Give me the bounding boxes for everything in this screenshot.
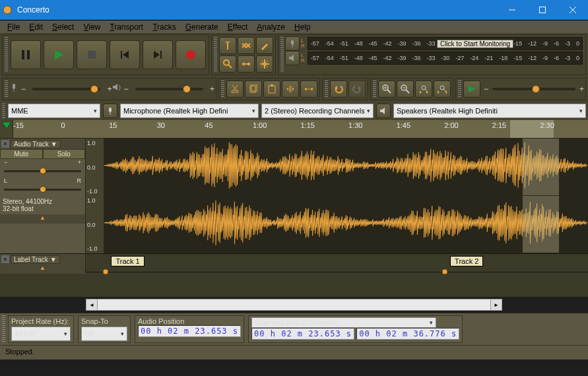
- waveform-area[interactable]: 1.00.0-1.0 1.00.0-1.0: [86, 139, 588, 253]
- snap-to-combo[interactable]: Off: [81, 327, 127, 341]
- grip-icon[interactable]: [458, 80, 461, 98]
- playback-volume-slider[interactable]: [135, 88, 203, 90]
- menu-view[interactable]: View: [79, 22, 105, 32]
- grip-icon[interactable]: [5, 37, 8, 73]
- redo-button[interactable]: [348, 80, 366, 98]
- zoom-tool-button[interactable]: [219, 55, 236, 73]
- grip-icon[interactable]: [2, 315, 5, 343]
- grip-icon[interactable]: [221, 80, 224, 98]
- track-menu-dropdown[interactable]: Label Track▼: [11, 255, 60, 264]
- track-close-button[interactable]: ×: [1, 255, 9, 263]
- selection-mode-combo[interactable]: Start and End of Selection: [251, 317, 436, 328]
- menu-tracks[interactable]: Tracks: [148, 22, 181, 32]
- lr-label: LR: [300, 53, 306, 63]
- play-at-speed-button[interactable]: [463, 80, 480, 98]
- plus-label: +: [210, 84, 214, 94]
- minimize-button[interactable]: [497, 0, 527, 20]
- track-label[interactable]: Track 1: [111, 256, 144, 266]
- meter-click-prompt[interactable]: Click to Start Monitoring: [437, 40, 513, 48]
- zoom-out-button[interactable]: [397, 80, 414, 98]
- project-rate-combo[interactable]: 44100: [11, 327, 71, 341]
- skip-start-button[interactable]: [110, 40, 140, 69]
- grip-icon[interactable]: [5, 80, 8, 98]
- recording-meter[interactable]: -57-54-51-48-45-42-39-36-33-30-27-24-21-…: [308, 37, 583, 50]
- horizontal-scrollbar[interactable]: [86, 299, 502, 311]
- waveform-channel-right[interactable]: [104, 196, 588, 253]
- waveform-channel-left[interactable]: [104, 139, 588, 196]
- selection-tool-button[interactable]: [219, 37, 236, 54]
- trim-button[interactable]: [282, 80, 299, 98]
- label-marker-icon[interactable]: [102, 266, 110, 272]
- recording-channels-combo[interactable]: 2 (Stereo) Recording Channels: [261, 104, 374, 118]
- menu-analyze[interactable]: Analyze: [252, 22, 290, 32]
- amplitude-scale: 1.00.0-1.0: [86, 196, 104, 253]
- fit-project-button[interactable]: [434, 80, 451, 98]
- zoom-in-button[interactable]: [378, 80, 395, 98]
- playback-device-combo[interactable]: Speakers (Realtek High Definiti: [393, 104, 586, 118]
- audio-position-display[interactable]: 00 h 02 m 23.653 s: [138, 325, 241, 337]
- skip-end-button[interactable]: [143, 40, 173, 69]
- menu-effect[interactable]: Effect: [223, 22, 252, 32]
- timeshift-tool-button[interactable]: [238, 55, 255, 73]
- fit-selection-button[interactable]: [415, 80, 432, 98]
- envelope-tool-button[interactable]: [238, 37, 255, 54]
- maximize-button[interactable]: [527, 0, 558, 20]
- app-icon: [0, 5, 15, 15]
- menu-select[interactable]: Select: [48, 22, 79, 32]
- svg-marker-12: [154, 51, 160, 59]
- menu-file[interactable]: File: [3, 22, 24, 32]
- recording-device-combo[interactable]: Microphone (Realtek High Defini: [120, 104, 259, 118]
- svg-rect-6: [27, 50, 30, 59]
- track-collapse-button[interactable]: ▲: [0, 214, 85, 224]
- copy-button[interactable]: [245, 80, 262, 98]
- draw-tool-button[interactable]: [256, 37, 273, 54]
- track-menu-dropdown[interactable]: Audio Track▼: [11, 140, 61, 148]
- track-label[interactable]: Track 2: [450, 256, 483, 266]
- menu-transport[interactable]: Transport: [105, 22, 148, 32]
- track-collapse-button[interactable]: ▲: [0, 265, 85, 274]
- grip-icon[interactable]: [214, 37, 217, 73]
- svg-rect-8: [88, 51, 96, 59]
- cut-button[interactable]: [226, 80, 244, 98]
- record-button[interactable]: [176, 40, 206, 69]
- label-marker-icon[interactable]: [441, 266, 449, 272]
- grip-icon[interactable]: [2, 104, 5, 118]
- speaker-meter-icon[interactable]: [285, 51, 300, 65]
- solo-button[interactable]: Solo: [43, 149, 86, 159]
- mute-button[interactable]: Mute: [0, 149, 43, 159]
- selection-start-display[interactable]: 00 h 02 m 23.653 s: [251, 328, 354, 340]
- svg-point-72: [442, 269, 447, 274]
- stop-button[interactable]: [77, 40, 107, 69]
- r-label: R: [77, 177, 82, 184]
- selection-end-display[interactable]: 00 h 02 m 36.776 s: [356, 328, 459, 340]
- grip-icon[interactable]: [280, 37, 284, 73]
- undo-button[interactable]: [330, 80, 347, 98]
- close-button[interactable]: [558, 0, 588, 20]
- timeline-ruler[interactable]: -1501530451:001:151:301:452:002:152:302:…: [0, 120, 588, 139]
- svg-marker-68: [2, 122, 11, 129]
- gain-slider[interactable]: [4, 167, 81, 176]
- audio-host-combo[interactable]: MME: [8, 104, 100, 118]
- grip-icon[interactable]: [325, 80, 328, 98]
- multi-tool-button[interactable]: [256, 55, 273, 73]
- grip-icon[interactable]: [373, 80, 376, 98]
- menu-edit[interactable]: Edit: [24, 22, 48, 32]
- snap-to-group: Snap-To Off: [78, 315, 131, 343]
- svg-rect-39: [271, 84, 273, 86]
- pan-slider[interactable]: [4, 185, 81, 195]
- menu-generate[interactable]: Generate: [181, 22, 223, 32]
- track-close-button[interactable]: ×: [1, 140, 9, 148]
- pause-button[interactable]: [11, 40, 41, 69]
- mic-meter-icon[interactable]: [285, 36, 300, 51]
- play-button[interactable]: [44, 40, 74, 69]
- menu-help[interactable]: Help: [290, 22, 315, 32]
- playback-meter[interactable]: -57-54-51-48-45-42-39-36-33-30-27-24-21-…: [308, 51, 583, 65]
- playback-speed-slider[interactable]: [492, 88, 575, 90]
- timeline-corner: [0, 120, 13, 138]
- toolbar-row-1: LR -57-54-51-48-45-42-39-36-33-30-27-24-…: [0, 33, 588, 77]
- silence-button[interactable]: [300, 80, 317, 98]
- recording-volume-slider[interactable]: [32, 88, 100, 90]
- label-area[interactable]: Track 1Track 2: [86, 254, 588, 272]
- svg-marker-10: [123, 51, 129, 59]
- paste-button[interactable]: [263, 80, 280, 98]
